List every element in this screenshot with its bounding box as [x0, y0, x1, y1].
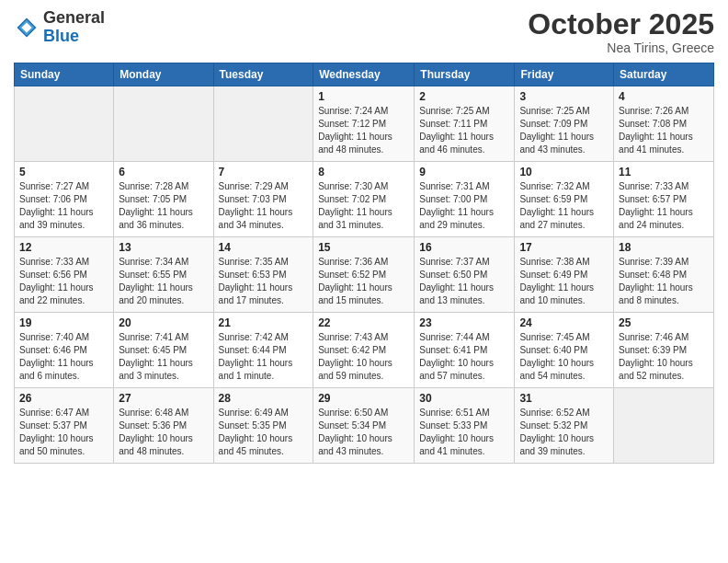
week-row-0: 1Sunrise: 7:24 AMSunset: 7:12 PMDaylight…: [15, 86, 714, 162]
day-number: 12: [19, 241, 108, 254]
day-info: Sunrise: 7:30 AMSunset: 7:02 PMDaylight:…: [318, 180, 409, 232]
day-number: 18: [619, 241, 709, 254]
week-row-1: 5Sunrise: 7:27 AMSunset: 7:06 PMDaylight…: [15, 162, 714, 237]
day-info: Sunrise: 6:51 AMSunset: 5:33 PMDaylight:…: [419, 407, 509, 458]
day-cell-0-4: 2Sunrise: 7:25 AMSunset: 7:11 PMDaylight…: [415, 86, 515, 162]
day-number: 17: [519, 241, 609, 254]
day-number: 27: [119, 392, 208, 405]
day-cell-2-6: 18Sunrise: 7:39 AMSunset: 6:48 PMDayligh…: [614, 237, 714, 313]
header-sunday: Sunday: [15, 63, 114, 86]
day-cell-1-6: 11Sunrise: 7:33 AMSunset: 6:57 PMDayligh…: [614, 162, 714, 237]
title-block: October 2025 Nea Tirins, Greece: [528, 9, 714, 55]
day-number: 30: [419, 392, 509, 405]
day-number: 11: [619, 166, 709, 178]
day-info: Sunrise: 7:46 AMSunset: 6:39 PMDaylight:…: [619, 331, 709, 383]
header-monday: Monday: [114, 63, 213, 86]
day-cell-2-4: 16Sunrise: 7:37 AMSunset: 6:50 PMDayligh…: [415, 237, 515, 313]
day-cell-1-0: 5Sunrise: 7:27 AMSunset: 7:06 PMDaylight…: [15, 162, 114, 237]
day-number: 28: [219, 392, 309, 405]
day-number: 14: [219, 241, 309, 254]
header-wednesday: Wednesday: [313, 63, 415, 86]
day-info: Sunrise: 7:33 AMSunset: 6:56 PMDaylight:…: [19, 256, 108, 307]
day-info: Sunrise: 7:28 AMSunset: 7:05 PMDaylight:…: [119, 180, 208, 232]
day-number: 16: [419, 241, 509, 254]
day-info: Sunrise: 6:49 AMSunset: 5:35 PMDaylight:…: [219, 407, 309, 458]
day-cell-2-5: 17Sunrise: 7:38 AMSunset: 6:49 PMDayligh…: [515, 237, 614, 313]
day-cell-0-6: 4Sunrise: 7:26 AMSunset: 7:08 PMDaylight…: [614, 86, 714, 162]
day-cell-3-6: 25Sunrise: 7:46 AMSunset: 6:39 PMDayligh…: [614, 313, 714, 388]
day-cell-1-3: 8Sunrise: 7:30 AMSunset: 7:02 PMDaylight…: [313, 162, 415, 237]
day-number: 1: [318, 90, 409, 103]
day-cell-0-2: [213, 86, 313, 162]
day-number: 7: [219, 166, 309, 178]
day-info: Sunrise: 6:48 AMSunset: 5:36 PMDaylight:…: [119, 407, 208, 458]
day-info: Sunrise: 7:25 AMSunset: 7:09 PMDaylight:…: [519, 105, 609, 156]
day-number: 8: [318, 166, 409, 178]
day-info: Sunrise: 7:36 AMSunset: 6:52 PMDaylight:…: [318, 256, 409, 307]
day-cell-2-2: 14Sunrise: 7:35 AMSunset: 6:53 PMDayligh…: [213, 237, 313, 313]
day-info: Sunrise: 6:50 AMSunset: 5:34 PMDaylight:…: [318, 407, 409, 458]
header-saturday: Saturday: [614, 63, 714, 86]
logo-text: General Blue: [43, 9, 105, 46]
day-number: 15: [318, 241, 409, 254]
day-cell-4-4: 30Sunrise: 6:51 AMSunset: 5:33 PMDayligh…: [415, 388, 515, 464]
logo-blue: Blue: [43, 28, 105, 46]
day-number: 2: [419, 90, 509, 103]
header-friday: Friday: [515, 63, 614, 86]
day-cell-4-1: 27Sunrise: 6:48 AMSunset: 5:36 PMDayligh…: [114, 388, 213, 464]
day-cell-0-3: 1Sunrise: 7:24 AMSunset: 7:12 PMDaylight…: [313, 86, 415, 162]
day-cell-2-3: 15Sunrise: 7:36 AMSunset: 6:52 PMDayligh…: [313, 237, 415, 313]
week-row-4: 26Sunrise: 6:47 AMSunset: 5:37 PMDayligh…: [15, 388, 714, 464]
day-info: Sunrise: 6:52 AMSunset: 5:32 PMDaylight:…: [519, 407, 609, 458]
day-info: Sunrise: 7:31 AMSunset: 7:00 PMDaylight:…: [419, 180, 509, 232]
location: Nea Tirins, Greece: [528, 40, 714, 55]
day-info: Sunrise: 7:39 AMSunset: 6:48 PMDaylight:…: [619, 256, 709, 307]
day-info: Sunrise: 7:42 AMSunset: 6:44 PMDaylight:…: [219, 331, 309, 383]
day-info: Sunrise: 7:33 AMSunset: 6:57 PMDaylight:…: [619, 180, 709, 232]
header-thursday: Thursday: [415, 63, 515, 86]
day-cell-0-0: [15, 86, 114, 162]
day-cell-3-1: 20Sunrise: 7:41 AMSunset: 6:45 PMDayligh…: [114, 313, 213, 388]
day-number: 25: [619, 316, 709, 329]
day-info: Sunrise: 7:29 AMSunset: 7:03 PMDaylight:…: [219, 180, 309, 232]
day-number: 13: [119, 241, 208, 254]
day-info: Sunrise: 7:38 AMSunset: 6:49 PMDaylight:…: [519, 256, 609, 307]
day-cell-0-1: [114, 86, 213, 162]
day-cell-1-4: 9Sunrise: 7:31 AMSunset: 7:00 PMDaylight…: [415, 162, 515, 237]
month-title: October 2025: [528, 9, 714, 39]
day-number: 3: [519, 90, 609, 103]
day-cell-4-3: 29Sunrise: 6:50 AMSunset: 5:34 PMDayligh…: [313, 388, 415, 464]
day-cell-1-5: 10Sunrise: 7:32 AMSunset: 6:59 PMDayligh…: [515, 162, 614, 237]
day-info: Sunrise: 7:41 AMSunset: 6:45 PMDaylight:…: [119, 331, 208, 383]
day-cell-4-6: [614, 388, 714, 464]
week-row-2: 12Sunrise: 7:33 AMSunset: 6:56 PMDayligh…: [15, 237, 714, 313]
day-cell-3-2: 21Sunrise: 7:42 AMSunset: 6:44 PMDayligh…: [213, 313, 313, 388]
day-info: Sunrise: 7:45 AMSunset: 6:40 PMDaylight:…: [519, 331, 609, 383]
day-info: Sunrise: 7:43 AMSunset: 6:42 PMDaylight:…: [318, 331, 409, 383]
day-cell-3-3: 22Sunrise: 7:43 AMSunset: 6:42 PMDayligh…: [313, 313, 415, 388]
day-info: Sunrise: 7:37 AMSunset: 6:50 PMDaylight:…: [419, 256, 509, 307]
day-number: 5: [19, 166, 108, 178]
calendar: Sunday Monday Tuesday Wednesday Thursday…: [14, 63, 714, 464]
day-number: 20: [119, 316, 208, 329]
header: General Blue October 2025 Nea Tirins, Gr…: [14, 9, 714, 55]
day-cell-4-2: 28Sunrise: 6:49 AMSunset: 5:35 PMDayligh…: [213, 388, 313, 464]
day-info: Sunrise: 7:32 AMSunset: 6:59 PMDaylight:…: [519, 180, 609, 232]
header-tuesday: Tuesday: [213, 63, 313, 86]
day-number: 22: [318, 316, 409, 329]
day-cell-1-1: 6Sunrise: 7:28 AMSunset: 7:05 PMDaylight…: [114, 162, 213, 237]
day-number: 23: [419, 316, 509, 329]
day-cell-1-2: 7Sunrise: 7:29 AMSunset: 7:03 PMDaylight…: [213, 162, 313, 237]
day-info: Sunrise: 7:24 AMSunset: 7:12 PMDaylight:…: [318, 105, 409, 156]
weekday-header-row: Sunday Monday Tuesday Wednesday Thursday…: [15, 63, 714, 86]
logo-icon: [14, 15, 40, 40]
day-cell-0-5: 3Sunrise: 7:25 AMSunset: 7:09 PMDaylight…: [515, 86, 614, 162]
day-info: Sunrise: 7:34 AMSunset: 6:55 PMDaylight:…: [119, 256, 208, 307]
day-info: Sunrise: 7:27 AMSunset: 7:06 PMDaylight:…: [19, 180, 108, 232]
day-info: Sunrise: 7:40 AMSunset: 6:46 PMDaylight:…: [19, 331, 108, 383]
day-number: 9: [419, 166, 509, 178]
logo: General Blue: [14, 9, 105, 46]
day-number: 21: [219, 316, 309, 329]
day-cell-4-0: 26Sunrise: 6:47 AMSunset: 5:37 PMDayligh…: [15, 388, 114, 464]
week-row-3: 19Sunrise: 7:40 AMSunset: 6:46 PMDayligh…: [15, 313, 714, 388]
